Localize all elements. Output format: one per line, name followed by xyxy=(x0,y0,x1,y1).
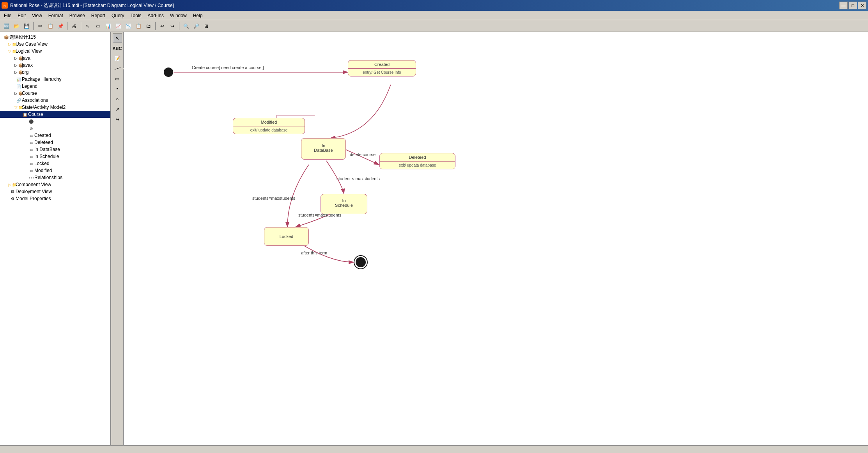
sidebar-label-coursenode: Course xyxy=(28,112,109,117)
sidebar-item-deployment[interactable]: 🖥 Deployment View xyxy=(0,188,110,195)
state-modified[interactable]: Modified exit/ update database xyxy=(233,118,305,134)
menu-format[interactable]: Format xyxy=(45,12,66,19)
state-action-modified: exit/ update database xyxy=(233,126,305,134)
start-node xyxy=(164,68,173,77)
menu-query[interactable]: Query xyxy=(108,12,128,19)
tb-undo[interactable]: ↩ xyxy=(158,21,167,31)
sidebar-label-javax: javax xyxy=(22,62,109,68)
state-created[interactable]: Created entry/ Get Course Info xyxy=(348,60,416,76)
sidebar-item-component[interactable]: ▷ 📁 Component View xyxy=(0,181,110,188)
sidebar-label-deployment: Deployment View xyxy=(16,189,109,194)
tb-fit[interactable]: ⊞ xyxy=(202,21,211,31)
tb-print[interactable]: 🖨 xyxy=(69,21,79,31)
state-name-created: Created xyxy=(348,60,416,69)
state-icon-deleteed: ▭ xyxy=(28,139,34,146)
sidebar-item-created[interactable]: ▭ Created xyxy=(0,132,110,139)
tb-copy[interactable]: 📋 xyxy=(46,21,55,31)
menu-file[interactable]: File xyxy=(1,12,14,19)
tb-new[interactable]: 🆕 xyxy=(2,21,11,31)
sidebar-label-logical: Logical View xyxy=(16,48,109,54)
sidebar-item-coursenode[interactable]: 📋 Course xyxy=(0,111,110,118)
tb-browse3[interactable]: 📉 xyxy=(124,21,133,31)
tool-select[interactable]: ↖ xyxy=(113,34,122,43)
sidebar-item-deleteed[interactable]: ▭ Deleteed xyxy=(0,139,110,146)
state-locked[interactable]: Locked xyxy=(264,227,309,246)
sidebar-label-component: Component View xyxy=(16,182,109,187)
sidebar-item-dot2[interactable]: ⊙ xyxy=(0,125,110,132)
menu-browse[interactable]: Browse xyxy=(66,12,88,19)
sidebar-label-legend: Legend xyxy=(22,83,109,89)
label-delete-course: delete course xyxy=(350,152,376,157)
item-icon-modelprops: ⚙ xyxy=(9,195,16,202)
menu-report[interactable]: Report xyxy=(88,12,108,19)
menu-window[interactable]: Window xyxy=(167,12,190,19)
sidebar-item-associations[interactable]: 🔗 Associations xyxy=(0,97,110,104)
pkg-icon-java: ▷ 📦 xyxy=(16,55,22,61)
tb-redo[interactable]: ↪ xyxy=(168,21,177,31)
tb-browse4[interactable]: 📋 xyxy=(134,21,143,31)
menu-help[interactable]: Help xyxy=(190,12,206,19)
tool-rect[interactable]: ▭ xyxy=(113,74,122,83)
tb-open[interactable]: 📂 xyxy=(12,21,21,31)
tb-browse2[interactable]: 📈 xyxy=(113,21,123,31)
sidebar-item-java[interactable]: ▷ 📦 java xyxy=(0,55,110,62)
sidebar-item-logical[interactable]: ▽ 📁 Logical View xyxy=(0,48,110,55)
tool-text[interactable]: ABC xyxy=(113,44,122,53)
transition-indatabase-locked xyxy=(287,165,309,227)
maximize-button[interactable]: □ xyxy=(849,2,857,9)
transition-created-indatabase xyxy=(330,85,391,138)
tool-curve[interactable]: ↪ xyxy=(113,115,122,124)
title-bar-controls: — □ ✕ xyxy=(839,2,866,9)
sidebar-item-dot1[interactable]: ⚫ xyxy=(0,118,110,125)
pkg-icon-org: ▷ 📦 xyxy=(16,69,22,75)
sidebar-item-stateact[interactable]: ▽ 📁 State/Activity Model2 xyxy=(0,104,110,111)
sidebar-item-indatabase[interactable]: ▭ In DataBase xyxy=(0,146,110,153)
menu-addins[interactable]: Add-Ins xyxy=(145,12,167,19)
sidebar-item-inschedule[interactable]: ▭ In Schedule xyxy=(0,153,110,160)
menu-view[interactable]: View xyxy=(29,12,45,19)
selected-icon-course: 📋 xyxy=(22,111,28,117)
tb-browse5[interactable]: 🗂 xyxy=(144,21,153,31)
tool-line[interactable]: ╱ xyxy=(111,62,124,75)
diagram-canvas[interactable]: Create course[ need create a course ] mo… xyxy=(124,32,868,445)
sidebar-item-locked[interactable]: ▭ Locked xyxy=(0,160,110,167)
tb-rect[interactable]: ▭ xyxy=(93,21,103,31)
state-deleteed[interactable]: Deleteed exit/ updata database xyxy=(379,153,455,169)
tool-circle[interactable]: ○ xyxy=(113,94,122,104)
folder-icon-stateact: ▽ 📁 xyxy=(16,104,22,110)
close-button[interactable]: ✕ xyxy=(858,2,866,9)
sidebar-item-legend[interactable]: 📄 Legend xyxy=(0,83,110,90)
transition-locked-end xyxy=(299,243,354,262)
state-name-inschedule: InSchedule xyxy=(321,194,367,209)
sidebar-item-root[interactable]: 📦 选课设计115 xyxy=(0,34,110,41)
sidebar-label-modified: Modified xyxy=(34,168,109,173)
minimize-button[interactable]: — xyxy=(839,2,848,9)
state-icon-inschedule: ▭ xyxy=(28,153,34,160)
window-title: Rational Rose - 选课设计115.mdl - [Statechar… xyxy=(10,2,174,9)
state-inschedule[interactable]: InSchedule xyxy=(321,194,367,214)
sidebar-item-javax[interactable]: ▷ 📦 javax xyxy=(0,62,110,69)
state-indatabase[interactable]: InDataBase xyxy=(301,138,346,160)
transition-indatabase-inschedule xyxy=(326,161,344,194)
tb-sep3 xyxy=(81,22,81,30)
tb-paste[interactable]: 📌 xyxy=(56,21,65,31)
sidebar-item-course[interactable]: ▷ 📦 Course xyxy=(0,90,110,97)
sidebar-item-relationships[interactable]: ↑↑↑ Relationships xyxy=(0,174,110,181)
tb-select[interactable]: ↖ xyxy=(83,21,92,31)
menu-edit[interactable]: Edit xyxy=(14,12,29,19)
state-icon-created: ▭ xyxy=(28,132,34,139)
folder-icon: ▷ 📁 xyxy=(9,41,16,47)
tb-zoomin[interactable]: 🔍 xyxy=(181,21,191,31)
tb-cut[interactable]: ✂ xyxy=(35,21,45,31)
tb-zoomout[interactable]: 🔎 xyxy=(191,21,201,31)
sidebar-item-modelprops[interactable]: ⚙ Model Properties xyxy=(0,195,110,202)
tool-arrow[interactable]: ↗ xyxy=(113,105,122,114)
tool-dot[interactable]: • xyxy=(113,84,122,94)
sidebar-item-modified[interactable]: ▭ Modified xyxy=(0,167,110,174)
menu-tools[interactable]: Tools xyxy=(128,12,145,19)
tb-browse1[interactable]: 📊 xyxy=(103,21,113,31)
sidebar-item-usecase[interactable]: ▷ 📁 Use Case View xyxy=(0,41,110,48)
tb-save[interactable]: 💾 xyxy=(22,21,31,31)
sidebar-item-pkghier[interactable]: 📊 Package Hierarchy xyxy=(0,76,110,83)
sidebar-item-org[interactable]: ▷ 📦 org xyxy=(0,69,110,76)
